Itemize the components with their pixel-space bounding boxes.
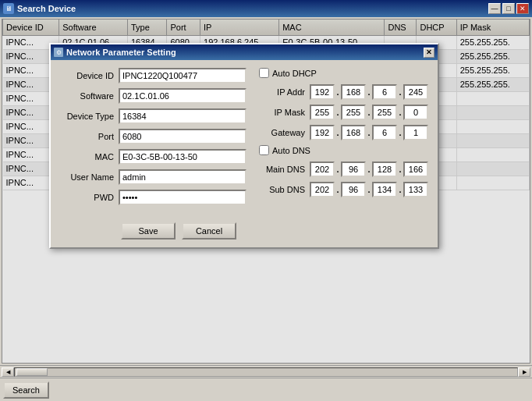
software-input[interactable] bbox=[119, 88, 246, 104]
search-button[interactable]: Search bbox=[3, 381, 49, 399]
port-input[interactable] bbox=[119, 129, 246, 144]
main-dns-label: Main DNS bbox=[259, 165, 310, 174]
scroll-left-button[interactable]: ◀ bbox=[2, 367, 14, 377]
sub-dns-label: Sub DNS bbox=[259, 185, 310, 194]
device-type-input[interactable] bbox=[119, 108, 246, 124]
mac-row: MAC bbox=[60, 149, 246, 165]
main-dns-octet1[interactable] bbox=[310, 161, 335, 177]
scroll-thumb[interactable] bbox=[16, 368, 48, 376]
main-dns-octet3[interactable] bbox=[372, 161, 397, 177]
horizontal-scrollbar: ◀ ▶ bbox=[0, 365, 532, 378]
ip-mask-octet3[interactable] bbox=[372, 105, 397, 120]
sub-dns-dot2: . bbox=[367, 185, 371, 194]
gateway-row: Gateway . . . bbox=[259, 125, 428, 140]
sub-dns-octet1[interactable] bbox=[310, 182, 335, 197]
ip-dot3: . bbox=[398, 87, 403, 97]
window-controls: — □ ✕ bbox=[488, 3, 529, 14]
save-button[interactable]: Save bbox=[121, 222, 176, 240]
auto-dns-checkbox[interactable] bbox=[259, 145, 269, 155]
gateway-octet4[interactable] bbox=[403, 125, 428, 140]
ip-addr-octet4[interactable] bbox=[403, 84, 428, 100]
pwd-row: PWD bbox=[60, 190, 246, 205]
dialog-left-column: Device ID Software Device Type P bbox=[60, 68, 246, 210]
auto-dhcp-checkbox[interactable] bbox=[259, 68, 269, 78]
ip-dot2: . bbox=[367, 87, 371, 97]
gateway-octet3[interactable] bbox=[372, 125, 397, 140]
dialog-icon: ⚙ bbox=[54, 48, 63, 57]
software-label: Software bbox=[60, 91, 119, 101]
app-icon: 🖥 bbox=[3, 3, 14, 14]
auto-dhcp-label: Auto DHCP bbox=[272, 69, 317, 78]
main-dns-octet2[interactable] bbox=[341, 161, 366, 177]
auto-dns-row: Auto DNS bbox=[259, 145, 428, 155]
dialog-footer: Save Cancel bbox=[51, 218, 438, 247]
username-input[interactable] bbox=[119, 169, 246, 185]
main-dns-group: . . . bbox=[310, 161, 428, 177]
device-type-row: Device Type bbox=[60, 108, 246, 124]
ip-addr-group: . . . bbox=[310, 84, 428, 100]
scroll-right-button[interactable]: ▶ bbox=[518, 367, 530, 377]
ip-mask-group: . . . bbox=[310, 105, 428, 120]
ip-addr-label: IP Addr bbox=[259, 87, 310, 97]
mac-input[interactable] bbox=[119, 149, 246, 165]
main-dns-dot2: . bbox=[367, 165, 371, 174]
device-table-container: Device ID Software Type Port IP MAC DNS … bbox=[2, 19, 530, 364]
ip-dot1: . bbox=[335, 87, 340, 97]
main-window: Device ID Software Type Port IP MAC DNS … bbox=[0, 17, 532, 401]
pwd-label: PWD bbox=[60, 193, 119, 202]
ip-mask-dot1: . bbox=[335, 108, 340, 117]
sub-dns-group: . . . bbox=[310, 182, 428, 197]
sub-dns-octet3[interactable] bbox=[372, 182, 397, 197]
sub-dns-dot3: . bbox=[398, 185, 403, 194]
sub-dns-octet4[interactable] bbox=[403, 182, 428, 197]
modal-overlay: ⚙ Network Parameter Setting ✕ Device ID bbox=[2, 20, 530, 363]
gateway-octet1[interactable] bbox=[310, 125, 335, 140]
auto-dns-label: Auto DNS bbox=[272, 146, 310, 155]
mac-label: MAC bbox=[60, 152, 119, 161]
gw-dot1: . bbox=[335, 128, 340, 137]
network-dialog: ⚙ Network Parameter Setting ✕ Device ID bbox=[49, 43, 439, 249]
dialog-title-text: Network Parameter Setting bbox=[66, 48, 176, 57]
username-row: User Name bbox=[60, 169, 246, 185]
sub-dns-dot1: . bbox=[335, 185, 340, 194]
close-button[interactable]: ✕ bbox=[516, 3, 529, 14]
minimize-button[interactable]: — bbox=[488, 3, 501, 14]
window-title: Search Device bbox=[17, 4, 76, 13]
main-dns-dot1: . bbox=[335, 165, 340, 174]
auto-dhcp-row: Auto DHCP bbox=[259, 68, 428, 78]
ip-mask-octet4[interactable] bbox=[403, 105, 428, 120]
ip-addr-octet1[interactable] bbox=[310, 84, 335, 100]
device-id-input[interactable] bbox=[119, 68, 246, 83]
ip-addr-octet2[interactable] bbox=[341, 84, 366, 100]
ip-addr-octet3[interactable] bbox=[372, 84, 397, 100]
ip-mask-dot2: . bbox=[367, 108, 371, 117]
ip-mask-label: IP Mask bbox=[259, 108, 310, 117]
main-dns-row: Main DNS . . . bbox=[259, 161, 428, 177]
scroll-track[interactable] bbox=[14, 367, 518, 377]
ip-mask-row: IP Mask . . . bbox=[259, 105, 428, 120]
dialog-close-button[interactable]: ✕ bbox=[424, 48, 434, 58]
ip-addr-row: IP Addr . . . bbox=[259, 84, 428, 100]
port-label: Port bbox=[60, 132, 119, 141]
main-dns-dot3: . bbox=[398, 165, 403, 174]
dialog-right-column: Auto DHCP IP Addr . . . bbox=[259, 68, 428, 210]
port-row: Port bbox=[60, 129, 246, 144]
main-dns-octet4[interactable] bbox=[403, 161, 428, 177]
bottom-toolbar: Search bbox=[0, 378, 532, 401]
username-label: User Name bbox=[60, 172, 119, 182]
gw-dot3: . bbox=[398, 128, 403, 137]
ip-mask-dot3: . bbox=[398, 108, 403, 117]
gateway-octet2[interactable] bbox=[341, 125, 366, 140]
maximize-button[interactable]: □ bbox=[502, 3, 515, 14]
dialog-body: Device ID Software Device Type P bbox=[51, 60, 438, 218]
device-type-label: Device Type bbox=[60, 112, 119, 121]
ip-mask-octet2[interactable] bbox=[341, 105, 366, 120]
device-id-label: Device ID bbox=[60, 71, 119, 80]
gateway-label: Gateway bbox=[259, 128, 310, 137]
cancel-button[interactable]: Cancel bbox=[182, 222, 236, 240]
title-bar: 🖥 Search Device — □ ✕ bbox=[0, 0, 532, 17]
software-row: Software bbox=[60, 88, 246, 104]
pwd-input[interactable] bbox=[119, 190, 246, 205]
sub-dns-octet2[interactable] bbox=[341, 182, 366, 197]
ip-mask-octet1[interactable] bbox=[310, 105, 335, 120]
